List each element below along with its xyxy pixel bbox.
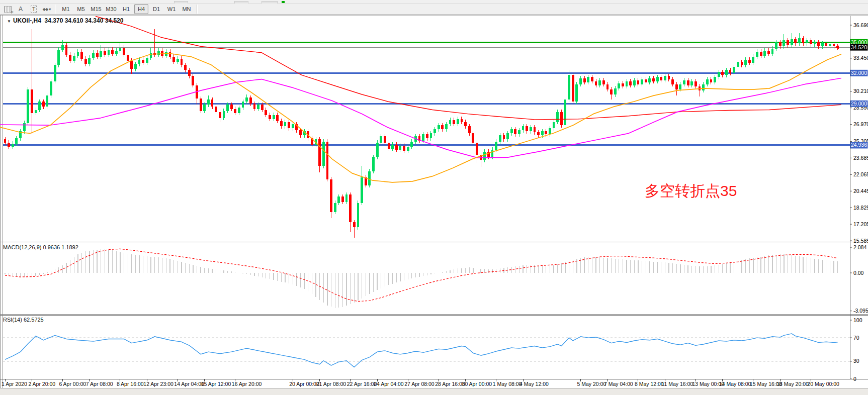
main-chart-canvas[interactable]: 36.69033.45030.21028.59026.97025.30523.6…	[0, 0, 868, 395]
macd-axis-label: 2.084	[853, 244, 866, 250]
time-axis-label: 8 Apr 16:00	[117, 381, 144, 387]
chart-text-annotation[interactable]: 多空转折点35	[645, 181, 737, 202]
time-axis-label: 20 May 00:00	[807, 381, 839, 387]
time-axis-label: 7 May 04:00	[604, 381, 633, 387]
time-axis-label: 8 May 12:00	[635, 381, 664, 387]
price-axis-label: 23.685	[853, 155, 868, 161]
macd-axis-label: -3.0957	[853, 308, 868, 314]
symbol-period-label: UKOil-,H4	[13, 17, 41, 24]
time-axis-label: 24 Apr 04:00	[374, 381, 404, 387]
price-badge-label: 29.000	[851, 101, 867, 107]
time-axis-label: 15 Apr 12:00	[201, 381, 231, 387]
rsi-line	[5, 334, 838, 367]
price-badge-label: 32.000	[851, 70, 867, 76]
price-axis-label: 20.445	[853, 188, 868, 194]
macd-indicator-label: MACD(12,26,9) 0.9636 1.1892	[3, 244, 78, 250]
rsi-panel: 10070300	[3, 317, 862, 382]
time-axis-label: 18 May 20:00	[776, 381, 809, 387]
price-badge-label: 34.520	[851, 44, 867, 50]
macd-values: 0.9636 1.1892	[43, 244, 78, 250]
time-axis-label: 16 Apr 20:00	[232, 381, 262, 387]
candlestick-series	[4, 29, 839, 238]
price-axis-label: 22.065	[853, 171, 868, 177]
price-axis-label: 36.690	[853, 22, 868, 28]
time-axis-label: 6 Apr 00:00	[59, 381, 86, 387]
price-axis-label: 17.205	[853, 221, 868, 227]
time-axis-label: 7 Apr 08:00	[86, 381, 113, 387]
time-axis-label: 4 May 12:00	[519, 381, 549, 387]
time-axis-label: 22 Apr 16:00	[347, 381, 377, 387]
time-axis-label: 5 May 20:00	[577, 381, 606, 387]
time-axis-label: 14 Apr 04:00	[174, 381, 204, 387]
time-axis-label: 30 Apr 00:00	[462, 381, 492, 387]
price-badge-label: 24.936	[851, 142, 867, 148]
time-axis-label: 11 May 16:00	[661, 381, 693, 387]
time-axis-label: 1 May 08:00	[493, 381, 522, 387]
time-axis-label: 1 Apr 2020	[2, 381, 27, 387]
price-axis-label: 15.585	[853, 238, 868, 244]
time-axis-label: 12 Apr 23:00	[143, 381, 173, 387]
rsi-value: 62.5725	[24, 317, 44, 323]
price-axis-label: 26.970	[853, 121, 868, 127]
time-axis-label: 14 May 08:00	[719, 381, 751, 387]
chart-title: ▼UKOil-,H4 34.370 34.610 34.340 34.520	[7, 17, 123, 24]
macd-panel: 2.0840.00-3.0957	[5, 244, 868, 314]
horizontal-lines	[3, 42, 850, 145]
time-axis-label: 27 Apr 08:00	[404, 381, 435, 387]
rsi-indicator-label: RSI(14) 62.5725	[3, 317, 44, 323]
time-axis-label: 2 Apr 20:00	[28, 381, 55, 387]
macd-axis-label: 0.00	[853, 270, 864, 276]
price-axis-label: 30.210	[853, 88, 868, 94]
ohlc-values: 34.370 34.610 34.340 34.520	[45, 17, 124, 24]
rsi-axis-label: 100	[853, 317, 862, 323]
time-axis-label: 20 Apr 00:00	[289, 381, 319, 387]
rsi-axis-label: 30	[853, 358, 859, 364]
time-axis-label: 28 Apr 16:00	[435, 381, 465, 387]
window-bottom-strip	[0, 388, 868, 395]
rsi-axis-label: 70	[853, 335, 859, 341]
macd-signal-line	[5, 249, 838, 301]
time-axis-label: 21 Apr 08:00	[316, 381, 346, 387]
symbol-dropdown-icon[interactable]: ▼	[7, 19, 11, 24]
last-price-arrow-icon	[835, 46, 839, 49]
price-axis-label: 18.825	[853, 205, 868, 211]
time-axis: 1 Apr 20202 Apr 20:006 Apr 00:007 Apr 08…	[2, 379, 839, 387]
panel-borders	[0, 16, 868, 379]
price-axis-label: 33.450	[853, 55, 868, 61]
price-axis: 36.69033.45030.21028.59026.97025.30523.6…	[850, 22, 868, 244]
